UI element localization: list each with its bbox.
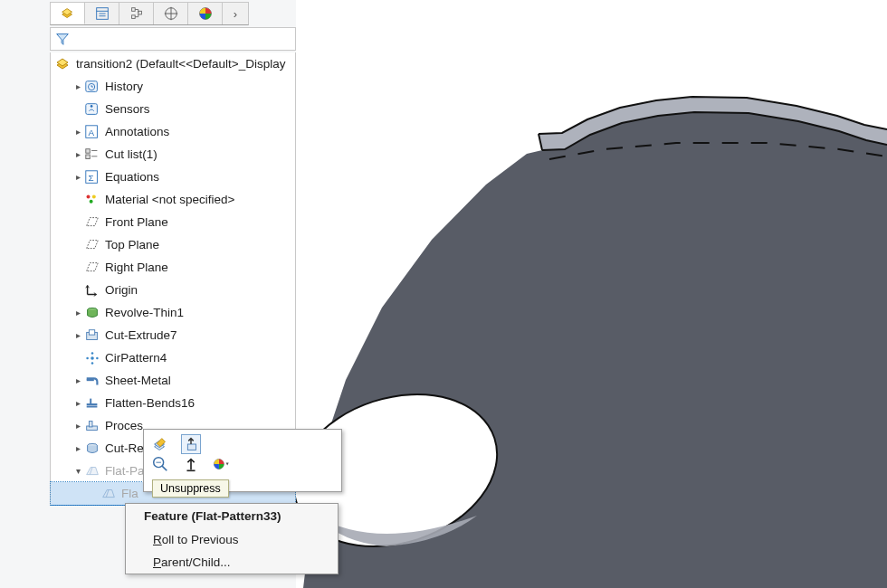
feature-manager-tab[interactable] xyxy=(51,3,85,24)
expand-arrow[interactable]: ▾ xyxy=(72,466,83,477)
origin-icon xyxy=(83,281,101,299)
property-manager-tab[interactable] xyxy=(85,3,119,24)
tree-item[interactable]: ▸Equations xyxy=(51,166,295,188)
tree-item[interactable]: Sensors xyxy=(51,98,295,120)
dimxpert-tab[interactable] xyxy=(154,3,188,24)
configuration-manager-tab[interactable] xyxy=(119,3,154,24)
tooltip-text: Unsuppress xyxy=(160,482,221,495)
unsuppress-icon[interactable] xyxy=(182,435,200,453)
cutrevolve-icon xyxy=(83,440,101,458)
tree-item-label: CirPattern4 xyxy=(105,351,167,365)
material-icon xyxy=(83,191,101,209)
tree-item[interactable]: Front Plane xyxy=(51,211,295,233)
svg-rect-8 xyxy=(131,15,135,19)
tree-item[interactable]: ▸Sheet-Metal xyxy=(51,369,295,392)
tree-item-label: Cut-Re xyxy=(105,441,144,455)
tree-item-label: Cut list(1) xyxy=(105,147,157,161)
tree-item-label: Material <not specified> xyxy=(105,193,234,206)
expand-arrow[interactable]: ▸ xyxy=(72,443,83,454)
manager-tabstrip: › xyxy=(50,2,249,25)
tree-item-label: Front Plane xyxy=(105,215,168,229)
tooltip: Unsuppress xyxy=(152,479,229,498)
plane-icon xyxy=(83,213,101,232)
tree-item[interactable]: ▸History xyxy=(51,75,295,98)
cutextrude-icon xyxy=(83,327,101,345)
expand-arrow xyxy=(72,240,83,251)
tree-item[interactable]: ▸Revolve-Thin1 xyxy=(51,301,295,324)
tree-item[interactable]: ▸Cut list(1) xyxy=(51,143,295,166)
expand-arrow[interactable]: ▸ xyxy=(72,330,83,341)
circpattern-icon xyxy=(83,349,101,367)
svg-rect-7 xyxy=(131,8,135,12)
tree-item-label: Origin xyxy=(105,283,138,297)
flatpattern-icon xyxy=(83,462,101,480)
tree-filter-bar[interactable] xyxy=(50,27,296,51)
expand-arrow[interactable]: ▸ xyxy=(72,149,83,160)
svg-line-16 xyxy=(162,466,167,470)
context-menu-item[interactable]: Parent/Child... xyxy=(126,551,338,574)
tree-item[interactable]: ▸Annotations xyxy=(51,120,295,143)
appearances-tab[interactable] xyxy=(188,3,223,24)
tree-item-label: Sheet-Metal xyxy=(105,374,171,387)
tree-item-label: Equations xyxy=(105,170,159,184)
context-menu-header: Feature (Flat-Pattern33) xyxy=(126,504,338,528)
tree-root-label: transition2 (Default<<Default>_Display xyxy=(76,57,286,71)
history-icon xyxy=(83,78,101,96)
expand-arrow[interactable]: ▸ xyxy=(72,375,83,386)
part-icon xyxy=(54,55,72,73)
equations-icon xyxy=(83,168,101,186)
funnel-icon xyxy=(54,31,71,47)
more-tabs[interactable]: › xyxy=(223,3,248,24)
expand-arrow[interactable]: ▸ xyxy=(72,421,83,432)
plane-icon xyxy=(83,259,101,277)
tree-item-label: Flatten-Bends16 xyxy=(105,396,195,410)
expand-arrow[interactable]: ▸ xyxy=(72,398,83,409)
expand-arrow[interactable]: ▸ xyxy=(72,81,83,92)
expand-arrow xyxy=(72,194,83,205)
flatpattern-icon xyxy=(100,485,118,503)
expand-arrow xyxy=(89,488,100,499)
cutlist-icon xyxy=(83,146,101,164)
expand-arrow[interactable]: ▸ xyxy=(72,127,83,138)
tree-item[interactable]: Right Plane xyxy=(51,256,295,279)
graphics-viewport[interactable] xyxy=(296,0,887,588)
tree-item-label: Annotations xyxy=(105,125,169,138)
svg-rect-9 xyxy=(138,11,141,14)
tree-root[interactable]: transition2 (Default<<Default>_Display xyxy=(51,52,295,75)
context-menu: Feature (Flat-Pattern33) Roll to Previou… xyxy=(125,503,339,574)
tree-item-label: Right Plane xyxy=(105,261,168,274)
tree-item-label: Revolve-Thin1 xyxy=(105,306,184,319)
tree-item-label: History xyxy=(105,80,143,93)
tree-item[interactable]: Top Plane xyxy=(51,233,295,256)
tree-item-label: Cut-Extrude7 xyxy=(105,328,177,342)
tree-item[interactable]: ▸Flatten-Bends16 xyxy=(51,392,295,414)
tree-item[interactable]: Material <not specified> xyxy=(51,188,295,211)
tree-item-label: Fla xyxy=(121,487,138,500)
appearances-dropdown-icon[interactable] xyxy=(213,455,231,473)
expand-arrow xyxy=(72,217,83,228)
expand-arrow[interactable]: ▸ xyxy=(72,172,83,183)
rollback-icon[interactable] xyxy=(182,455,200,473)
tree-item[interactable]: ▸Cut-Extrude7 xyxy=(51,324,295,346)
sheetmetal-icon xyxy=(83,372,101,390)
tree-item-label: Sensors xyxy=(105,102,150,116)
tree-item-label: Proces xyxy=(105,419,143,432)
expand-arrow[interactable]: ▸ xyxy=(72,308,83,318)
tree-item-label: Top Plane xyxy=(105,238,159,251)
annotations-icon xyxy=(83,123,101,141)
edit-feature-icon[interactable] xyxy=(151,435,169,453)
expand-arrow xyxy=(72,353,83,364)
plane-icon xyxy=(83,236,101,254)
sensors-icon xyxy=(83,100,101,119)
tree-item[interactable]: CirPattern4 xyxy=(51,346,295,369)
tree-item[interactable]: Origin xyxy=(51,279,295,301)
flattenbends-icon xyxy=(83,394,101,413)
svg-rect-14 xyxy=(187,444,196,450)
zoom-to-selection-icon[interactable] xyxy=(151,455,169,473)
expand-arrow xyxy=(72,262,83,273)
tree-item-label: Flat-Pa xyxy=(105,464,145,478)
processbends-icon xyxy=(83,417,101,435)
expand-arrow xyxy=(72,285,83,296)
context-menu-item[interactable]: Roll to Previous xyxy=(126,528,338,551)
expand-arrow xyxy=(72,104,83,115)
